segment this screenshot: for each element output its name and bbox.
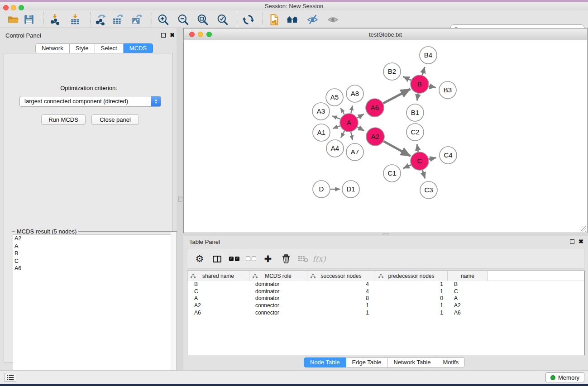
show-all-eye-icon[interactable] bbox=[326, 13, 339, 26]
import-table-icon[interactable] bbox=[69, 13, 81, 26]
cell-name[interactable]: A2 bbox=[448, 302, 488, 310]
export-image-icon[interactable] bbox=[130, 13, 143, 26]
float-panel-icon[interactable] bbox=[161, 33, 166, 38]
edge-B-B3[interactable] bbox=[429, 86, 436, 87]
edge-A-A1[interactable] bbox=[333, 126, 340, 129]
zoom-in-icon[interactable] bbox=[157, 13, 169, 26]
cell-role[interactable]: dominator bbox=[249, 295, 307, 302]
cell-successors[interactable]: 4 bbox=[307, 281, 375, 288]
close-panel-icon[interactable]: ✖ bbox=[170, 33, 175, 38]
cell-role[interactable]: dominator bbox=[249, 281, 307, 288]
edge-C-C3[interactable] bbox=[422, 170, 425, 178]
edge-C-C4[interactable] bbox=[429, 157, 436, 159]
zoom-fit-icon[interactable] bbox=[196, 13, 209, 26]
edge-A-A3[interactable] bbox=[332, 116, 340, 119]
mcds-result-item[interactable]: A2 bbox=[13, 235, 177, 243]
tab-motifs[interactable]: Motifs bbox=[437, 357, 465, 367]
network-from-file-icon[interactable] bbox=[268, 13, 281, 26]
mcds-result-item[interactable]: B bbox=[13, 250, 177, 257]
table-row[interactable]: Bdominator41B bbox=[187, 281, 584, 288]
table-row[interactable]: Cdominator41C bbox=[187, 288, 584, 295]
tab-network-table[interactable]: Network Table bbox=[387, 357, 437, 367]
task-history-button[interactable] bbox=[5, 373, 16, 382]
table-row[interactable]: A6connector11A6 bbox=[187, 310, 584, 317]
cell-successors[interactable]: 8 bbox=[307, 295, 375, 302]
cell-shared_name[interactable]: A2 bbox=[187, 302, 249, 310]
cell-shared_name[interactable]: A bbox=[187, 295, 249, 302]
edge-A-A8[interactable] bbox=[351, 105, 352, 113]
table-row[interactable]: A2connector11A2 bbox=[187, 302, 584, 310]
delete-columns-icon[interactable] bbox=[279, 252, 293, 266]
memory-button[interactable]: Memory bbox=[545, 372, 584, 382]
network-canvas[interactable]: AA1A2A3A4A5A6A7A8BB1B2B3B4CC1C2C3C4DD1 bbox=[184, 40, 587, 233]
cell-predecessors[interactable]: 1 bbox=[375, 281, 448, 288]
zoom-out-icon[interactable] bbox=[177, 13, 189, 26]
cell-successors[interactable]: 1 bbox=[307, 302, 375, 310]
cell-predecessors[interactable]: 1 bbox=[375, 302, 448, 310]
cell-successors[interactable]: 1 bbox=[307, 310, 375, 317]
column-header-predecessor-nodes[interactable]: predecessor nodes bbox=[375, 271, 448, 281]
result-list-scrollbar[interactable] bbox=[171, 232, 177, 382]
cell-predecessors[interactable]: 1 bbox=[375, 310, 448, 317]
criterion-dropdown[interactable]: largest connected component (directed) ▲… bbox=[19, 96, 161, 107]
import-network-icon[interactable] bbox=[48, 13, 61, 26]
edge-A-A2[interactable] bbox=[358, 127, 364, 131]
save-session-icon[interactable] bbox=[23, 13, 35, 26]
home-icon[interactable] bbox=[286, 13, 299, 26]
show-columns-icon[interactable] bbox=[210, 252, 224, 266]
cell-predecessors[interactable]: 1 bbox=[375, 288, 448, 295]
column-header-shared-name[interactable]: shared name bbox=[187, 271, 249, 281]
cell-role[interactable]: dominator bbox=[249, 288, 307, 295]
cell-name[interactable]: C bbox=[448, 288, 488, 295]
tab-network[interactable]: Network bbox=[35, 43, 70, 53]
edge-A-A7[interactable] bbox=[351, 132, 353, 140]
vertical-splitter-grip[interactable] bbox=[178, 196, 182, 202]
horizontal-splitter-grip[interactable] bbox=[382, 234, 389, 235]
export-network-icon[interactable] bbox=[94, 13, 107, 26]
edge-A-A5[interactable] bbox=[340, 108, 344, 114]
cell-role[interactable]: connector bbox=[249, 310, 307, 317]
window-resize-grip[interactable] bbox=[581, 226, 586, 232]
mcds-result-item[interactable]: A bbox=[13, 243, 177, 250]
cell-name[interactable]: A bbox=[448, 295, 488, 302]
cell-role[interactable]: connector bbox=[249, 302, 307, 310]
mcds-result-item[interactable]: A6 bbox=[13, 265, 177, 272]
cell-name[interactable]: A6 bbox=[448, 310, 488, 317]
cell-shared_name[interactable]: A6 bbox=[187, 310, 249, 317]
export-table-icon[interactable] bbox=[111, 13, 124, 26]
hide-selected-eye-icon[interactable] bbox=[306, 13, 319, 26]
edge-C-C1[interactable] bbox=[403, 165, 411, 168]
edge-A6-B[interactable] bbox=[383, 89, 411, 104]
edge-B-B4[interactable] bbox=[422, 67, 425, 75]
network-window-titlebar[interactable]: testGlobe.txt bbox=[184, 29, 587, 40]
run-mcds-button[interactable]: Run MCDS bbox=[41, 114, 86, 125]
close-panel-button[interactable]: Close panel bbox=[91, 114, 139, 125]
zoom-selected-icon[interactable] bbox=[216, 13, 229, 26]
select-all-columns-icon[interactable]: ✓✓ bbox=[227, 252, 241, 266]
tab-style[interactable]: Style bbox=[70, 43, 95, 53]
tab-mcds[interactable]: MCDS bbox=[124, 43, 153, 53]
cell-successors[interactable]: 4 bbox=[307, 288, 375, 295]
node-table[interactable]: shared nameMCDS rolesuccessor nodesprede… bbox=[187, 271, 585, 355]
refresh-view-icon[interactable] bbox=[242, 13, 254, 26]
add-column-icon[interactable]: ✚ bbox=[261, 252, 275, 266]
edge-A2-C[interactable] bbox=[383, 141, 410, 156]
cell-shared_name[interactable]: C bbox=[187, 288, 249, 295]
edge-A-A6[interactable] bbox=[357, 114, 364, 118]
column-header-MCDS-role[interactable]: MCDS role bbox=[249, 271, 307, 281]
cell-name[interactable]: B bbox=[448, 281, 488, 288]
settings-gear-icon[interactable]: ⚙ bbox=[193, 252, 206, 266]
edge-A-A4[interactable] bbox=[341, 131, 344, 138]
table-row[interactable]: Adominator80A bbox=[187, 295, 584, 302]
tab-edge-table[interactable]: Edge Table bbox=[346, 357, 388, 367]
column-header-name[interactable]: name bbox=[448, 271, 488, 281]
cell-shared_name[interactable]: B bbox=[187, 281, 249, 288]
tab-node-table[interactable]: Node Table bbox=[304, 357, 346, 367]
tab-select[interactable]: Select bbox=[95, 43, 124, 53]
edge-B-B2[interactable] bbox=[403, 76, 411, 80]
close-table-panel-icon[interactable]: ✖ bbox=[578, 239, 583, 244]
cell-predecessors[interactable]: 0 bbox=[375, 295, 448, 302]
mcds-result-item[interactable]: C bbox=[13, 257, 177, 265]
edge-B-B1[interactable] bbox=[417, 94, 418, 101]
column-header-successor-nodes[interactable]: successor nodes bbox=[307, 271, 375, 281]
